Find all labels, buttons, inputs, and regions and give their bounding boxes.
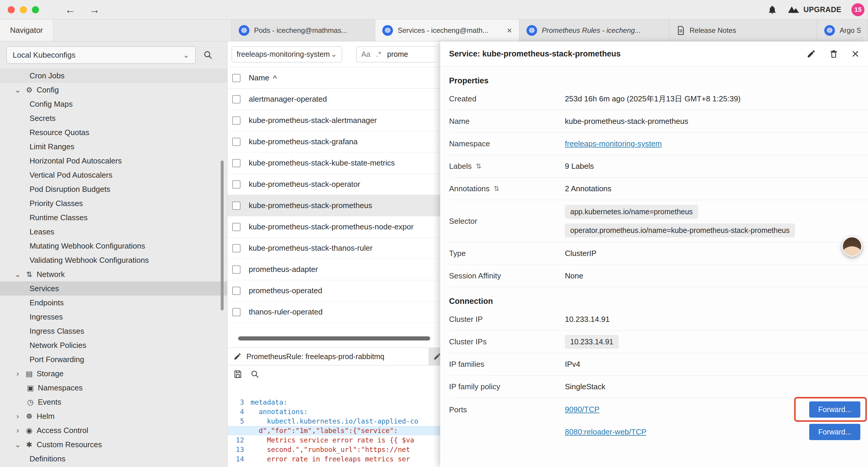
service-row[interactable]: kube-prometheus-stack-prometheus-node-ex… [227, 216, 440, 238]
sidebar-item-runtime-classes[interactable]: Runtime Classes [0, 210, 227, 225]
service-row[interactable]: kube-prometheus-stack-alertmanager [227, 110, 440, 131]
service-row[interactable]: kube-prometheus-stack-kube-state-metrics [227, 152, 440, 174]
minimize-window-button[interactable] [20, 6, 27, 13]
sidebar-item-storage[interactable]: › ▤ Storage [0, 367, 227, 381]
forward-button[interactable]: Forward... [809, 401, 860, 418]
detail-row-namespace: Namespace freeleaps-monitoring-system [449, 133, 868, 155]
sidebar-item-vertical-pod-autoscalers[interactable]: Vertical Pod Autoscalers [0, 168, 227, 182]
select-checkbox[interactable] [232, 223, 241, 231]
chevron-down-icon[interactable]: ⌄ [13, 86, 23, 94]
sidebar-item-config-maps[interactable]: Config Maps [0, 97, 227, 111]
sidebar-item-namespaces[interactable]: ▣ Namespaces [0, 381, 227, 395]
sidebar-item-services[interactable]: Services [0, 282, 227, 296]
expand-collapse-icon[interactable]: ⇅ [494, 185, 499, 193]
sidebar-item-priority-classes[interactable]: Priority Classes [0, 196, 227, 210]
namespace-select[interactable]: freeleaps-monitoring-system ⌄ [231, 47, 342, 62]
navigator-tree: Cron Jobs ⌄ ⚙ Config Config Maps Secrets… [0, 68, 227, 466]
notification-badge[interactable]: 15 [851, 3, 864, 16]
chevron-right-icon[interactable]: › [13, 426, 23, 435]
edit-pencil-icon[interactable] [807, 49, 816, 59]
select-checkbox[interactable] [232, 180, 241, 188]
chevron-down-icon[interactable]: ⌄ [13, 270, 23, 279]
forward-button[interactable]: Forward... [809, 424, 860, 440]
sidebar-item-network[interactable]: ⌄ ⇅ Network [0, 267, 227, 282]
select-all-checkbox[interactable] [232, 74, 241, 82]
port-link[interactable]: 8080:reloader-web/TCP [565, 428, 646, 437]
select-checkbox[interactable] [232, 287, 241, 295]
tab-prometheus-rules[interactable]: ☸ Prometheus Rules - icecheng... [519, 20, 670, 41]
service-row-selected[interactable]: kube-prometheus-stack-prometheus [227, 195, 440, 216]
search-input[interactable]: Aa .* prome [356, 47, 436, 62]
service-row[interactable]: alertmanager-operated [227, 89, 440, 110]
match-case-icon[interactable]: Aa [361, 50, 370, 59]
chevron-down-icon[interactable]: ⌄ [13, 440, 23, 449]
sidebar-item-pod-disruption-budgets[interactable]: Pod Disruption Budgets [0, 182, 227, 196]
sidebar-item-limit-ranges[interactable]: Limit Ranges [0, 140, 227, 154]
sidebar-item-validating-webhook-configurations[interactable]: Validating Webhook Configurations [0, 253, 227, 267]
expand-collapse-icon[interactable]: ⇅ [476, 162, 482, 170]
regex-icon[interactable]: .* [376, 50, 381, 59]
service-row[interactable]: kube-prometheus-stack-grafana [227, 131, 440, 152]
sidebar-item-secrets[interactable]: Secrets [0, 111, 227, 125]
sidebar-item-network-policies[interactable]: Network Policies [0, 338, 227, 352]
sidebar-item-mutating-webhook-configurations[interactable]: Mutating Webhook Configurations [0, 239, 227, 253]
notifications-bell-icon[interactable] [767, 5, 777, 15]
user-avatar[interactable] [842, 236, 862, 257]
sidebar-item-endpoints[interactable]: Endpoints [0, 296, 227, 310]
search-icon[interactable] [251, 370, 259, 379]
forward-button[interactable]: → [89, 4, 100, 16]
sidebar-item-events[interactable]: ◷ Events [0, 395, 227, 409]
editor-tab-partial[interactable] [429, 348, 440, 365]
column-header-name[interactable]: Name ^ [249, 73, 277, 83]
sidebar-item-cron-jobs[interactable]: Cron Jobs [0, 68, 227, 83]
select-checkbox[interactable] [232, 159, 241, 167]
sidebar-item-definitions[interactable]: Definitions [0, 451, 227, 466]
save-icon[interactable] [234, 370, 242, 379]
select-checkbox[interactable] [232, 138, 241, 146]
detail-row-ports: Ports 9090/TCP Forward... 8080:reloader-… [449, 398, 868, 443]
port-link[interactable]: 9090/TCP [565, 405, 599, 414]
close-window-button[interactable] [8, 6, 15, 13]
back-button[interactable]: ← [65, 4, 75, 16]
chevron-right-icon[interactable]: › [13, 412, 23, 420]
service-row[interactable]: prometheus-adapter [227, 259, 440, 280]
close-tab-icon[interactable]: × [504, 25, 512, 35]
select-checkbox[interactable] [232, 244, 241, 253]
kubeconfig-select[interactable]: Local Kubeconfigs ⌄ [6, 47, 195, 63]
sidebar-item-resource-quotas[interactable]: Resource Quotas [0, 125, 227, 140]
sidebar-item-horizontal-pod-autoscalers[interactable]: Horizontal Pod Autoscalers [0, 154, 227, 168]
tab-argo[interactable]: ☸ Argo S [817, 20, 868, 41]
sidebar-item-custom-resources[interactable]: ⌄ ✱ Custom Resources [0, 437, 227, 451]
sidebar-scrollbar[interactable] [221, 160, 224, 310]
tab-services[interactable]: ☸ Services - icecheng@math... × [375, 20, 519, 41]
select-checkbox[interactable] [232, 202, 241, 210]
yaml-editor[interactable]: 3metadata: 4 annotations: 5 kubectl.kube… [227, 383, 440, 467]
sidebar-item-access-control[interactable]: › ◉ Access Control [0, 423, 227, 437]
chevron-right-icon[interactable]: › [13, 370, 23, 378]
sidebar-item-config[interactable]: ⌄ ⚙ Config [0, 83, 227, 97]
trash-icon[interactable] [829, 49, 838, 59]
sidebar-item-leases[interactable]: Leases [0, 225, 227, 239]
upgrade-button[interactable]: UPGRADE [787, 5, 841, 14]
sidebar-item-helm[interactable]: › ☸ Helm [0, 409, 227, 423]
close-icon[interactable]: × [851, 47, 859, 60]
select-checkbox[interactable] [232, 308, 241, 316]
search-icon[interactable] [203, 50, 213, 60]
tab-release-notes[interactable]: Release Notes [670, 20, 817, 41]
sidebar-item-ingresses[interactable]: Ingresses [0, 310, 227, 324]
service-row[interactable]: prometheus-operated [227, 280, 440, 301]
namespace-link[interactable]: freeleaps-monitoring-system [565, 139, 662, 148]
sidebar-item-ingress-classes[interactable]: Ingress Classes [0, 324, 227, 338]
horizontal-scrollbar[interactable] [238, 337, 430, 341]
service-row[interactable]: kube-prometheus-stack-operator [227, 174, 440, 195]
maximize-window-button[interactable] [32, 6, 39, 13]
service-row[interactable]: thanos-ruler-operated [227, 301, 440, 323]
select-checkbox[interactable] [232, 95, 241, 104]
selector-badge: app.kubernetes.io/name=prometheus [565, 205, 698, 219]
select-checkbox[interactable] [232, 265, 241, 274]
tab-pods[interactable]: ☸ Pods - icecheng@mathmas... [231, 20, 375, 41]
select-checkbox[interactable] [232, 116, 241, 125]
service-row[interactable]: kube-prometheus-stack-thanos-ruler [227, 238, 440, 259]
sidebar-item-port-forwarding[interactable]: Port Forwarding [0, 352, 227, 367]
editor-tab-prometheusrule[interactable]: PrometheusRule: freeleaps-prod-rabbitmq [227, 348, 429, 365]
